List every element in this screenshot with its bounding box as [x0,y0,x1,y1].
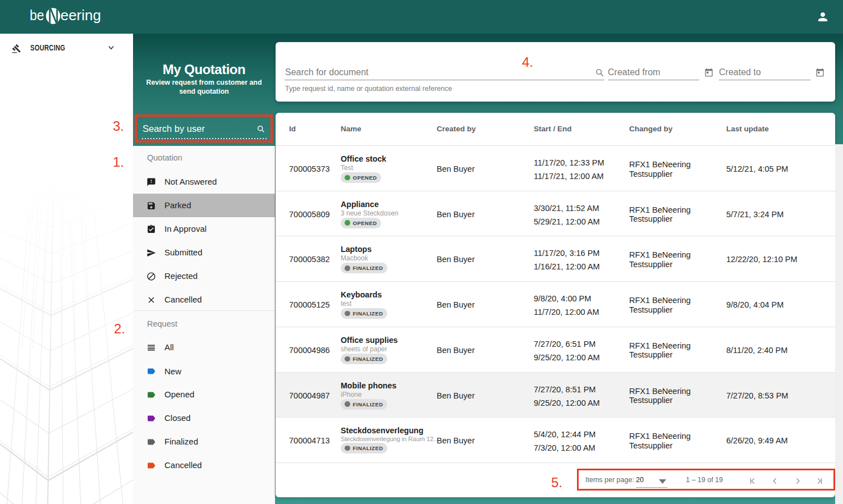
svg-text:eering: eering [61,7,101,24]
svg-text:be: be [30,7,44,24]
